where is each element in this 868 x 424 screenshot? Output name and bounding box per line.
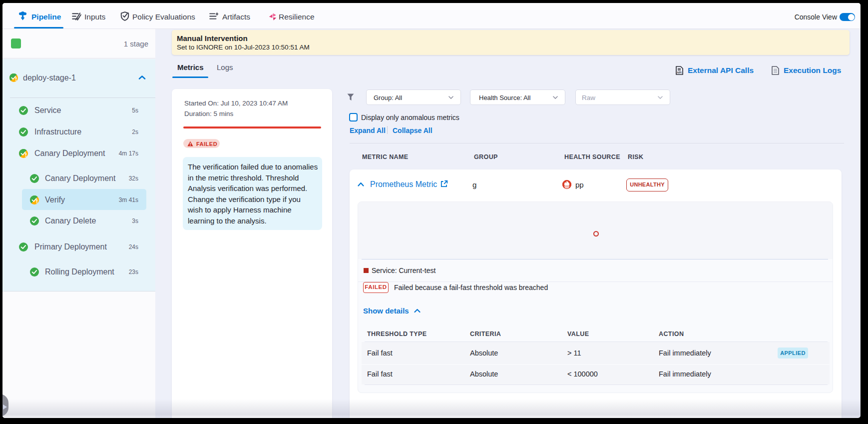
svg-text:API: API: [677, 71, 682, 74]
